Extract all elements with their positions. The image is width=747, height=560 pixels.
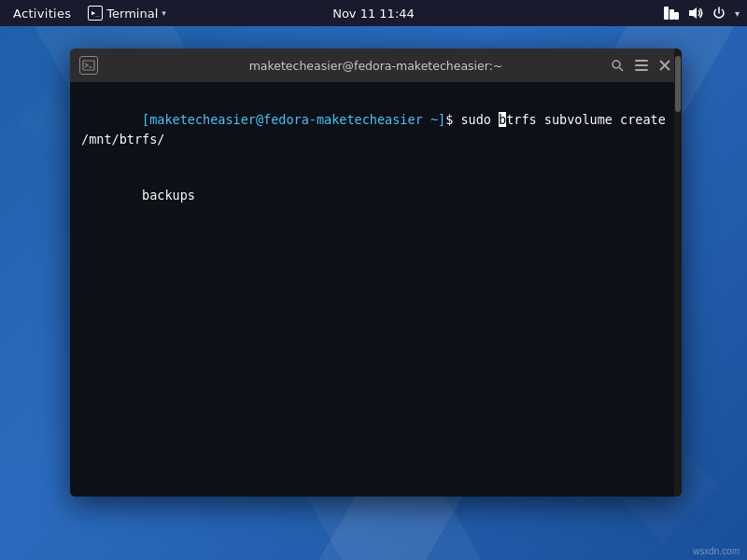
chevron-down-icon[interactable]: ▾ [735,8,740,19]
watermark: wsxdn.com [693,546,740,556]
terminal-body[interactable]: [maketecheasier@fedora-maketecheasier ~]… [70,82,682,497]
svg-rect-8 [635,60,648,62]
titlebar-left [79,56,98,75]
svg-rect-2 [674,12,679,20]
network-icon[interactable] [664,7,679,20]
terminal-output-line: [maketecheasier@fedora-maketecheasier ~]… [81,91,670,167]
sound-icon[interactable] [688,7,703,20]
terminal-window: maketecheasier@fedora-maketecheasier:~ [70,49,682,497]
terminal-title: maketecheasier@fedora-maketecheasier:~ [249,59,503,73]
svg-rect-9 [635,64,648,66]
terminal-output-line-2: backups [81,167,670,224]
power-icon[interactable] [712,7,726,20]
topbar-right: ▾ [664,7,740,20]
svg-line-7 [620,68,624,72]
activities-button[interactable]: Activities [7,0,77,26]
terminal-icon [79,56,98,75]
terminal-prompt: [maketecheasier@fedora-maketecheasier ~] [142,112,445,127]
topbar: Activities ▶_ Terminal ▾ Nov 11 11:44 [0,0,747,26]
svg-rect-0 [664,7,669,20]
terminal-titlebar: maketecheasier@fedora-maketecheasier:~ [70,49,682,82]
titlebar-controls [609,57,672,74]
desktop: Activities ▶_ Terminal ▾ Nov 11 11:44 [0,0,747,560]
search-button[interactable] [609,57,626,74]
chevron-down-icon: ▾ [162,8,166,18]
bg-decoration-3 [19,93,75,149]
svg-marker-3 [689,7,697,19]
svg-point-6 [613,61,620,68]
topbar-datetime: Nov 11 11:44 [332,7,415,21]
terminal-command: sudo [460,112,499,127]
menu-button[interactable] [633,58,650,73]
terminal-app-icon: ▶_ [88,6,103,21]
close-button[interactable] [657,58,672,73]
topbar-left: Activities ▶_ Terminal ▾ [7,0,170,26]
svg-rect-1 [669,9,674,20]
terminal-scrollbar[interactable] [674,49,682,497]
cursor-char: b [499,112,506,127]
svg-rect-10 [635,69,648,71]
terminal-menu-button[interactable]: ▶_ Terminal ▾ [84,6,169,21]
terminal-menu-label: Terminal [106,7,158,21]
scrollbar-thumb[interactable] [675,56,681,112]
